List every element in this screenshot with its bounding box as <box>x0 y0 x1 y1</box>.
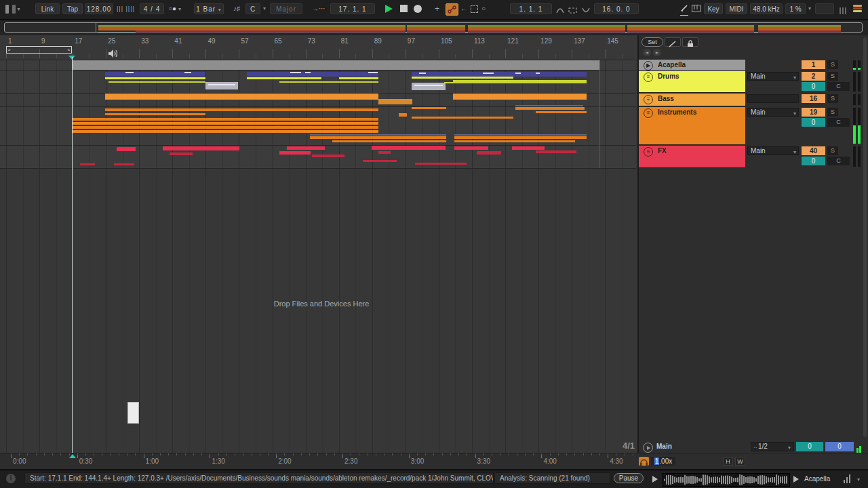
clip[interactable] <box>170 152 193 155</box>
clip[interactable] <box>378 99 412 104</box>
clip[interactable] <box>72 60 599 70</box>
clip[interactable] <box>415 163 467 165</box>
arrangement-area[interactable]: Drop Files and Devices Here <box>0 60 636 453</box>
clip[interactable] <box>368 72 378 73</box>
midi-map-button[interactable]: MIDI <box>726 3 747 14</box>
track-volume-box[interactable]: 19 <box>802 108 825 117</box>
computer-midi-keyboard-icon[interactable] <box>692 5 701 16</box>
preview-play-icon-2[interactable] <box>793 476 799 483</box>
clip[interactable] <box>414 85 443 86</box>
clip[interactable] <box>515 73 521 74</box>
loop-length-field[interactable]: 16. 0. 0 <box>594 3 639 14</box>
track-width-button[interactable]: W <box>735 457 745 466</box>
track-cue-button[interactable]: C <box>827 118 850 127</box>
clip[interactable] <box>412 72 587 77</box>
link-button[interactable]: Link <box>35 3 60 14</box>
tap-tempo-button[interactable]: Tap <box>62 3 83 14</box>
track-pan-box[interactable]: 0 <box>802 157 825 165</box>
clip[interactable] <box>105 77 205 79</box>
beat-time-ruler[interactable]: 1917253341495765738189971051131211291371… <box>0 35 636 60</box>
clip[interactable] <box>80 163 95 165</box>
clip[interactable] <box>310 134 446 136</box>
master-pan-box[interactable]: 0 <box>796 442 823 451</box>
capture-midi-icon[interactable]: ○ <box>481 3 486 14</box>
track-header-bass[interactable]: ≡Bass <box>639 94 745 106</box>
track-solo-button[interactable]: S <box>827 72 838 81</box>
preview-waveform[interactable] <box>663 473 790 487</box>
quantize-menu[interactable]: 1 Bar ▾ <box>194 3 224 14</box>
arrangement-position-field[interactable]: 17. 1. 1 <box>330 3 375 14</box>
clip[interactable] <box>279 81 378 83</box>
track-height-button[interactable]: H <box>723 457 733 466</box>
clip[interactable] <box>419 73 426 74</box>
clip[interactable] <box>332 140 446 142</box>
metronome-toggle-icon[interactable]: ○● ▾ <box>168 3 181 14</box>
scale-icon[interactable]: ♪♯ <box>233 3 240 14</box>
clip[interactable] <box>412 77 513 79</box>
clip[interactable] <box>305 72 311 73</box>
master-track-name[interactable]: Main <box>656 443 672 450</box>
master-play-icon[interactable] <box>643 443 653 453</box>
scale-name-field[interactable]: Major <box>270 3 302 14</box>
track-play-icon[interactable]: ▶ <box>644 61 653 70</box>
clip[interactable] <box>454 140 575 142</box>
clip[interactable] <box>372 146 446 150</box>
clip[interactable] <box>290 72 301 73</box>
automation-re-enable-icon[interactable]: ← <box>460 3 467 14</box>
clip[interactable] <box>363 160 397 162</box>
lock-envelopes-button[interactable] <box>682 37 698 47</box>
track-volume-box[interactable]: 16 <box>802 94 825 103</box>
next-arrow-button[interactable]: ► <box>653 49 661 56</box>
automation-mode-button[interactable] <box>665 37 681 47</box>
track-solo-button[interactable]: S <box>827 60 838 69</box>
clip[interactable] <box>412 107 446 109</box>
clip[interactable] <box>205 82 238 89</box>
clip[interactable] <box>312 155 344 157</box>
clip[interactable] <box>105 94 378 100</box>
clip[interactable] <box>72 122 378 125</box>
preview-headphone-button[interactable] <box>639 457 649 466</box>
track-header-fx[interactable]: ≡FX <box>639 146 745 168</box>
live-menu-caret-icon[interactable]: ▾ <box>18 6 20 12</box>
clip[interactable] <box>72 118 378 121</box>
track-header-instruments[interactable]: ≡Instruments <box>639 107 745 145</box>
clip[interactable] <box>536 73 540 74</box>
play-button[interactable] <box>385 3 393 14</box>
track-volume-box[interactable]: 2 <box>802 72 825 81</box>
clip[interactable] <box>477 151 501 155</box>
clip[interactable] <box>339 77 378 79</box>
track-io-menu[interactable]: Main▾ <box>747 146 799 155</box>
clip[interactable] <box>287 146 325 150</box>
loop-end-handle[interactable]: < <box>67 47 71 53</box>
track-menu-icon[interactable]: ≡ <box>644 95 653 104</box>
time-signature-field[interactable]: 4 / 4 <box>140 3 164 14</box>
track-header-acapella[interactable]: ▶Acapella <box>639 60 745 71</box>
clip[interactable] <box>512 146 545 150</box>
overdub-plus-icon[interactable]: + <box>435 3 439 14</box>
clip[interactable] <box>483 73 494 74</box>
punch-out-icon[interactable] <box>582 6 590 17</box>
clip[interactable] <box>536 150 576 153</box>
grid-interval-menu[interactable]: .. 1/2▾ <box>751 442 794 451</box>
preview-meter-icon[interactable] <box>844 474 852 483</box>
track-volume-box[interactable]: 40 <box>802 146 825 155</box>
tempo-field[interactable]: 128.00 <box>85 3 113 14</box>
scale-caret-icon[interactable]: ▾ <box>263 3 266 14</box>
key-map-button[interactable]: Key <box>704 3 723 14</box>
loop-brace[interactable]: >< <box>6 46 72 54</box>
track-pan-box[interactable]: 0 <box>802 118 825 127</box>
arrangement-overview[interactable] <box>0 20 868 35</box>
follow-icon[interactable]: →⋯ <box>312 3 326 14</box>
clip[interactable] <box>279 151 311 155</box>
track-cue-button[interactable]: C <box>827 157 850 165</box>
clip[interactable] <box>454 136 587 139</box>
track-menu-icon[interactable]: ≡ <box>644 73 653 82</box>
clip[interactable] <box>412 117 513 119</box>
clip[interactable] <box>444 82 587 83</box>
set-button[interactable]: Set <box>642 37 663 47</box>
clip[interactable] <box>536 111 587 113</box>
track-solo-button[interactable]: S <box>827 108 838 117</box>
clip[interactable] <box>105 113 205 115</box>
clip[interactable] <box>184 72 191 73</box>
track-io-menu[interactable]: Main▾ <box>747 108 799 117</box>
